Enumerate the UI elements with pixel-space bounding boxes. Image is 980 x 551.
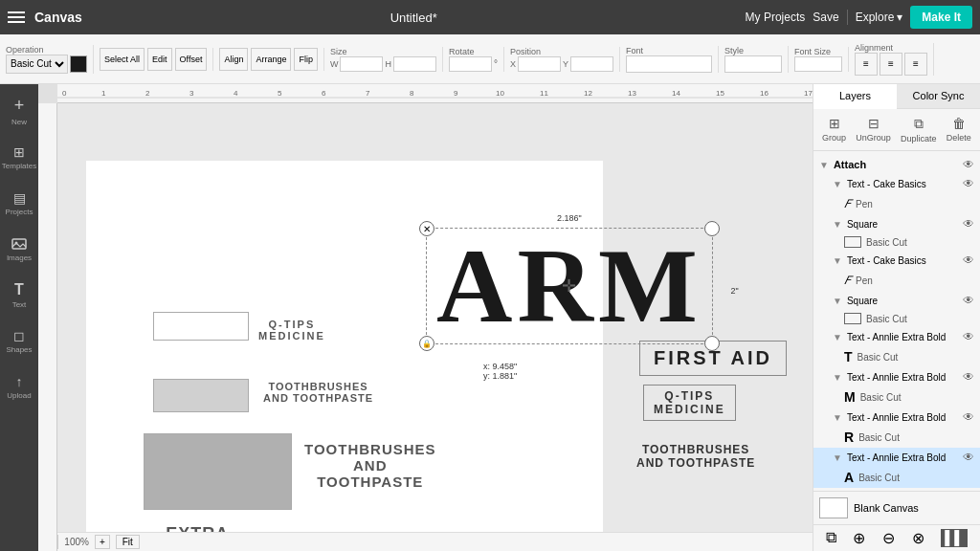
move-icon[interactable]: ✛ <box>562 276 576 297</box>
panel-icon-1[interactable]: ⧉ <box>826 529 836 547</box>
canvas-toothbrushes-right-text[interactable]: TOOTHBRUSHESAND TOOTHPASTE <box>636 443 755 470</box>
my-projects-button[interactable]: My Projects <box>746 11 806 24</box>
layer-attach[interactable]: ▼ Attach 👁 <box>813 155 980 174</box>
sidebar-item-projects[interactable]: ▤ Projects <box>2 182 36 224</box>
arm-selection-container[interactable]: ✕ 🔒 ✛ 2.186" 2" ARM x: 9 <box>426 228 713 344</box>
layer-text-annlie-4[interactable]: ▼ Text - Annlie Extra Bold 👁 <box>813 448 980 467</box>
layer-basic-cut-A[interactable]: A Basic Cut <box>813 467 980 488</box>
ruler-top: 0 1 2 3 4 5 6 7 8 9 10 11 12 13 14 15 16… <box>57 84 813 103</box>
operation-section: Operation Basic Cut <box>6 45 87 74</box>
layer-text-cake-1[interactable]: ▼ Text - Cake Basics 👁 <box>813 174 980 193</box>
layer-square-2[interactable]: ▼ Square 👁 <box>813 291 980 310</box>
layer-eye-1[interactable]: 👁 <box>963 177 974 190</box>
layer-text-annlie-1[interactable]: ▼ Text - Annlie Extra Bold 👁 <box>813 327 980 346</box>
svg-text:9: 9 <box>454 89 458 98</box>
offset-button[interactable]: Offset <box>175 48 208 71</box>
sidebar-item-templates[interactable]: ⊞ Templates <box>2 136 36 178</box>
tab-color-sync[interactable]: Color Sync <box>897 84 980 108</box>
align-center-button[interactable]: ≡ <box>880 53 902 76</box>
layer-eye-attach[interactable]: 👁 <box>963 158 974 171</box>
sidebar-item-text[interactable]: T Text <box>2 274 36 316</box>
layer-eye-m[interactable]: 👁 <box>963 370 974 384</box>
selection-lock-handle[interactable]: 🔒 <box>419 336 434 351</box>
operation-select[interactable]: Basic Cut <box>6 55 68 74</box>
panel-icon-4[interactable]: ⊗ <box>912 529 924 547</box>
make-it-button[interactable]: Make It <box>910 6 972 29</box>
size-width-input[interactable]: 2.186 <box>340 56 383 72</box>
svg-text:2: 2 <box>145 89 150 98</box>
panel-icon-5[interactable]: ▌▌ <box>941 529 968 547</box>
layer-eye-r[interactable]: 👁 <box>963 410 974 424</box>
fit-button[interactable]: Fit <box>116 535 140 549</box>
flip-button[interactable]: Flip <box>294 48 318 71</box>
edit-button[interactable]: Edit <box>147 48 172 71</box>
font-input[interactable]: Anntie Extra Bold <box>626 55 712 73</box>
sidebar-item-upload[interactable]: ↑ Upload <box>2 365 36 408</box>
position-x-input[interactable]: 2.541 <box>518 56 561 72</box>
sidebar-item-images[interactable]: Images <box>2 228 36 270</box>
operation-group: Operation Basic Cut <box>6 45 94 74</box>
arrange-button[interactable]: Arrange <box>251 48 291 71</box>
align-left-button[interactable]: ≡ <box>855 53 878 76</box>
layer-eye-sq2[interactable]: 👁 <box>963 294 974 307</box>
style-input[interactable]: Regular <box>724 55 782 73</box>
layer-eye-2[interactable]: 👁 <box>963 253 974 267</box>
sidebar-item-new[interactable]: + New <box>2 90 36 132</box>
selection-scale-handle[interactable] <box>704 336 720 351</box>
rotate-input[interactable]: 0 <box>449 56 492 72</box>
panel-icon-2[interactable]: ⊕ <box>853 529 865 547</box>
sidebar-item-shapes[interactable]: ◻ Shapes <box>2 320 36 362</box>
svg-text:3: 3 <box>189 89 194 98</box>
select-all-button[interactable]: Select All <box>100 48 145 71</box>
group-button[interactable]: ⊞ Group <box>817 113 851 146</box>
layer-pen-2[interactable]: 𝘍 Pen <box>813 270 980 291</box>
tab-layers[interactable]: Layers <box>813 84 897 109</box>
fontsize-input[interactable]: 172.71 <box>794 56 842 72</box>
canvas-area[interactable]: 0 1 2 3 4 5 6 7 8 9 10 11 12 13 14 15 16… <box>38 84 813 551</box>
duplicate-button[interactable]: ⧉ Duplicate <box>896 113 942 146</box>
layer-text-annlie-2[interactable]: ▼ Text - Annlie Extra Bold 👁 <box>813 367 980 386</box>
layer-eye-a[interactable]: 👁 <box>963 451 974 464</box>
save-button[interactable]: Save <box>813 11 838 24</box>
layer-text-annlie-3[interactable]: ▼ Text - Annlie Extra Bold 👁 <box>813 408 980 427</box>
canvas-large-rect[interactable] <box>144 433 292 510</box>
layer-pen-1[interactable]: 𝘍 Pen <box>813 193 980 214</box>
align-right-button[interactable]: ≡ <box>904 53 927 76</box>
canvas-extra-text[interactable]: EXTRA BATHROOM SUPPLIES <box>144 524 252 532</box>
layer-text-cake-2[interactable]: ▼ Text - Cake Basics 👁 <box>813 251 980 270</box>
canvas-content[interactable]: Q-TIPSMEDICINE TOOTHBRUSHESAND TOOTHPAST… <box>57 103 813 532</box>
zoom-in-button[interactable]: + <box>95 535 110 549</box>
size-height-input[interactable]: 2 <box>393 56 436 72</box>
layer-eye-t[interactable]: 👁 <box>963 330 974 343</box>
canvas-qtips-text-left[interactable]: Q-TIPSMEDICINE <box>258 319 325 342</box>
ungroup-button[interactable]: ⊟ UnGroup <box>851 113 896 146</box>
svg-text:17: 17 <box>804 89 813 98</box>
canvas-toothbrushes-mid-text[interactable]: TOOTHBRUSHESAND TOOTHPASTE <box>263 381 373 404</box>
svg-text:5: 5 <box>278 89 282 98</box>
fontsize-group: Font Size 172.71 <box>794 47 849 72</box>
canvas-toothbrushes-large-text[interactable]: TOOTHBRUSHESANDTOOTHPASTE <box>304 441 436 490</box>
selection-close-handle[interactable]: ✕ <box>419 221 434 236</box>
selection-rotate-handle[interactable] <box>704 221 720 236</box>
explore-button[interactable]: Explore ▾ <box>856 11 903 24</box>
blank-canvas-row[interactable]: Blank Canvas <box>819 497 974 518</box>
layer-eye-sq1[interactable]: 👁 <box>963 217 974 231</box>
position-y-input[interactable]: 1.256 <box>570 56 613 72</box>
canvas-mid-rect[interactable] <box>153 379 249 412</box>
layer-basic-cut-M[interactable]: M Basic Cut <box>813 386 980 408</box>
color-swatch[interactable] <box>70 55 87 73</box>
canvas-qtips-box[interactable]: Q-TIPSMEDICINE <box>643 385 736 421</box>
layer-square-1[interactable]: ▼ Square 👁 <box>813 214 980 233</box>
layer-basic-cut-2[interactable]: Basic Cut <box>813 310 980 327</box>
menu-icon[interactable] <box>8 11 25 23</box>
layer-basic-cut-T[interactable]: T Basic Cut <box>813 346 980 367</box>
layer-basic-cut-R[interactable]: R Basic Cut <box>813 427 980 448</box>
layer-basic-cut-1[interactable]: Basic Cut <box>813 233 980 251</box>
blank-canvas-rect[interactable] <box>819 497 848 518</box>
delete-button[interactable]: 🗑 Delete <box>942 113 976 146</box>
canvas-qtips-rect[interactable] <box>153 312 249 341</box>
align-button[interactable]: Align <box>219 48 248 71</box>
panel-icon-3[interactable]: ⊖ <box>882 529 895 547</box>
svg-text:6: 6 <box>322 89 326 98</box>
arm-selection-box[interactable]: ✕ 🔒 ✛ 2.186" 2" ARM <box>426 228 713 344</box>
